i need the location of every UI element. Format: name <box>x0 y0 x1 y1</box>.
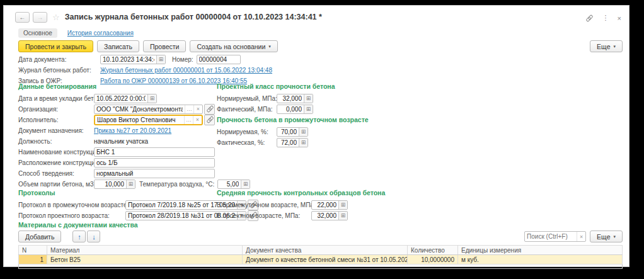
executor-input[interactable] <box>95 116 184 124</box>
table-empty-row[interactable] <box>19 265 623 269</box>
section-title-design-strength: Проектный класс прочности бетона <box>217 83 369 90</box>
forward-icon: → <box>37 14 43 21</box>
avg-intermediate-input[interactable] <box>312 201 338 209</box>
journal-link[interactable]: Журнал бетонных работ 000000001 от 15.06… <box>100 67 272 74</box>
link-icon <box>207 117 213 123</box>
calculator-icon[interactable]: ⊞ <box>241 180 250 188</box>
clear-icon[interactable]: × <box>193 116 202 124</box>
calculator-icon[interactable]: ⊞ <box>338 212 347 220</box>
hardening-method-input[interactable] <box>95 169 214 178</box>
col-header-quality-doc[interactable]: Документ качества <box>243 246 408 255</box>
search-input[interactable] <box>525 232 577 241</box>
more-button-top[interactable]: Еще▾ <box>590 40 623 52</box>
favorite-star-icon[interactable]: ☆ <box>52 13 60 22</box>
tab-strip: Основное История согласования <box>18 28 134 38</box>
number-field <box>197 55 241 64</box>
page-title: Запись журнала бетонных работ 00000004 о… <box>65 13 322 21</box>
get-link-icon[interactable] <box>585 13 594 23</box>
batch-volume-field: ⊞ <box>94 179 135 189</box>
construction-name-label: Наименование конструкции: <box>18 149 94 156</box>
intermediate-actual-label: Фактическая, %: <box>217 139 277 146</box>
forward-button[interactable]: → <box>33 12 47 23</box>
cell-material[interactable]: Бетон В25 <box>47 255 243 265</box>
post-and-close-button[interactable]: Провести и закрыть <box>18 40 93 52</box>
section-materials: Материалы с документами качества Добавит… <box>18 221 623 269</box>
assignment-doc-link[interactable]: Приказ №27 от 20.09.2021 <box>94 127 171 134</box>
avg-design-label: В проектном возрасте, МПа: <box>217 212 311 219</box>
choose-icon[interactable]: … <box>184 116 193 124</box>
number-input[interactable] <box>197 55 240 64</box>
calculator-icon[interactable]: ⊞ <box>299 139 308 147</box>
journal-label: Журнал бетонных работ: <box>18 67 100 74</box>
table-row[interactable]: 1 Бетон В25 Документ о качестве бетонной… <box>19 255 623 265</box>
write-button[interactable]: Записать <box>97 40 139 52</box>
document-window: ← → ☆ Запись журнала бетонных работ 0000… <box>3 5 630 267</box>
cell-quality-doc[interactable]: Документ о качестве бетонной смеси №31 о… <box>243 255 408 265</box>
intermediate-actual-input[interactable] <box>277 139 299 147</box>
add-row-button[interactable]: Добавить <box>18 231 61 242</box>
batch-volume-input[interactable] <box>95 180 126 188</box>
hardening-method-label: Способ твердения: <box>18 170 94 177</box>
section-title-intermediate-strength: Прочность бетона в промежуточном возраст… <box>217 116 369 123</box>
avg-design-field: ⊞ <box>311 211 348 220</box>
clear-icon[interactable]: × <box>193 105 202 113</box>
position-label: Должность: <box>18 138 94 145</box>
avg-design-input[interactable] <box>312 212 338 220</box>
protocol-design-label: Протокол проектного возраста: <box>18 212 125 219</box>
choose-icon[interactable]: … <box>185 105 193 113</box>
back-button[interactable]: ← <box>15 12 30 23</box>
construction-location-field <box>94 158 215 168</box>
intermediate-normative-field: ⊞ <box>277 127 308 137</box>
col-header-n[interactable]: N <box>19 246 47 255</box>
titlebar: ← → ☆ Запись журнала бетонных работ 0000… <box>15 11 578 23</box>
batch-volume-label: Объем партии бетона, м3: <box>18 181 94 188</box>
calculator-icon[interactable]: ⊞ <box>304 94 313 103</box>
col-header-units[interactable]: Единицы измерения <box>458 246 623 255</box>
move-down-button[interactable]: ↓ <box>87 231 100 242</box>
window-controls: ⋮ × <box>584 13 621 23</box>
avg-intermediate-field: ⊞ <box>311 200 348 210</box>
close-icon[interactable]: × <box>618 14 621 22</box>
create-based-on-button[interactable]: Создать на основании▾ <box>190 40 277 52</box>
calculator-icon[interactable]: ⊞ <box>338 201 347 209</box>
cell-quantity[interactable]: 10,0000000 <box>408 255 458 265</box>
design-normative-field: ⊞ <box>277 94 313 103</box>
tab-main[interactable]: Основное <box>18 28 57 38</box>
col-header-material[interactable]: Материал <box>47 246 243 255</box>
section-average-strength: Средняя прочность контрольных образцов б… <box>217 189 385 222</box>
design-actual-field: ⊞ <box>277 105 313 114</box>
post-button[interactable]: Провести <box>143 40 186 52</box>
cell-units[interactable]: м куб. <box>458 255 623 265</box>
more-button-materials[interactable]: Еще▾ <box>590 231 623 242</box>
assignment-doc-label: Документ назначения: <box>18 127 94 134</box>
col-header-quantity[interactable]: Количество <box>408 246 458 255</box>
calendar-icon[interactable]: ⊞ <box>147 94 156 103</box>
calculator-icon[interactable]: ⊞ <box>304 105 313 113</box>
calendar-icon[interactable]: ⊞ <box>156 55 165 64</box>
chevron-down-icon: ▾ <box>613 44 616 49</box>
cell-n[interactable]: 1 <box>19 255 47 265</box>
design-normative-input[interactable] <box>277 94 304 103</box>
doc-date-input[interactable] <box>101 55 156 64</box>
intermediate-normative-input[interactable] <box>277 128 299 136</box>
back-icon: ← <box>20 14 26 21</box>
arrow-up-icon: ↑ <box>78 233 81 241</box>
organization-input[interactable] <box>95 105 185 113</box>
calculator-icon[interactable]: ⊞ <box>126 180 135 188</box>
tab-approval-history[interactable]: История согласования <box>67 30 134 37</box>
search-clear-icon[interactable]: × <box>577 232 585 241</box>
air-temperature-label: Температура воздуха, °С: <box>139 181 214 188</box>
move-up-button[interactable]: ↑ <box>72 231 86 242</box>
open-link-button[interactable] <box>204 115 215 125</box>
design-actual-input[interactable] <box>277 105 304 113</box>
open-link-button[interactable] <box>204 104 215 115</box>
lay-datetime-input[interactable] <box>95 94 147 103</box>
construction-name-input[interactable] <box>95 148 214 156</box>
air-temperature-input[interactable] <box>218 180 241 188</box>
materials-table: N Материал Документ качества Количество … <box>18 245 623 269</box>
more-menu-icon[interactable]: ⋮ <box>602 14 609 22</box>
calculator-icon[interactable]: ⊞ <box>299 128 308 136</box>
section-concreting-data: Данные бетонирования Дата и время укладк… <box>18 83 215 190</box>
search-field: × <box>524 231 586 242</box>
construction-location-input[interactable] <box>95 159 214 167</box>
